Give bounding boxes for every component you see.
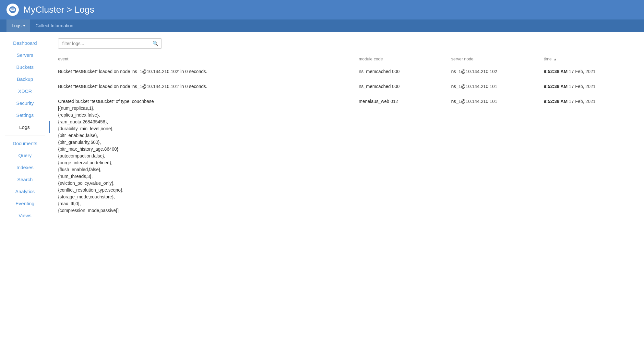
time-value: 9:52:38 AM [544, 99, 567, 104]
svg-point-3 [10, 7, 15, 10]
cell-module-code: ns_memcached 000 [359, 79, 451, 94]
subnav-collect-information[interactable]: Collect Information [30, 19, 78, 32]
sidebar-divider [5, 135, 45, 135]
sidebar-item-indexes[interactable]: Indexes [0, 161, 50, 173]
sidebar-item-xdcr[interactable]: XDCR [0, 85, 50, 97]
cell-time: 9:52:38 AM17 Feb, 2021 [544, 64, 636, 79]
sidebar: Dashboard Servers Buckets Backup XDCR Se… [0, 32, 50, 339]
subnav: Logs ▾ Collect Information [0, 19, 644, 32]
sidebar-item-query[interactable]: Query [0, 149, 50, 161]
sidebar-item-buckets[interactable]: Buckets [0, 61, 50, 73]
sidebar-item-logs[interactable]: Logs [0, 121, 50, 133]
sidebar-item-dashboard[interactable]: Dashboard [0, 37, 50, 49]
cell-server-node: ns_1@10.144.210.102 [451, 64, 543, 79]
logs-table: event module code server node time ▲ [58, 55, 636, 218]
app-logo [6, 4, 19, 16]
cell-time: 9:52:38 AM17 Feb, 2021 [544, 79, 636, 94]
cell-event: Bucket "testBucket" loaded on node 'ns_1… [58, 79, 359, 94]
sidebar-item-analytics[interactable]: Analytics [0, 185, 50, 197]
app-header: MyCluster > Logs [0, 0, 644, 19]
sort-asc-icon: ▲ [554, 57, 557, 61]
time-value: 9:52:38 AM [544, 69, 567, 74]
main-content: 🔍 event module code server node tim [50, 32, 644, 339]
sidebar-item-eventing[interactable]: Eventing [0, 197, 50, 209]
cell-time: 9:52:38 AM17 Feb, 2021 [544, 94, 636, 218]
chevron-down-icon: ▾ [23, 24, 25, 28]
table-header: event module code server node time ▲ [58, 55, 636, 64]
page-title: MyCluster > Logs [23, 5, 94, 15]
col-header-module-code: module code [359, 55, 451, 64]
sidebar-item-views[interactable]: Views [0, 209, 50, 221]
sidebar-item-search[interactable]: Search [0, 173, 50, 185]
time-date: 17 Feb, 2021 [569, 99, 596, 104]
cell-module-code: menelaus_web 012 [359, 94, 451, 218]
table-row: Created bucket "testBucket" of type: cou… [58, 94, 636, 218]
filter-bar: 🔍 [58, 38, 636, 49]
time-date: 17 Feb, 2021 [569, 84, 596, 89]
sidebar-item-documents[interactable]: Documents [0, 137, 50, 149]
cell-event: Created bucket "testBucket" of type: cou… [58, 94, 359, 218]
sidebar-item-security[interactable]: Security [0, 97, 50, 109]
cell-server-node: ns_1@10.144.210.101 [451, 94, 543, 218]
sidebar-item-servers[interactable]: Servers [0, 49, 50, 61]
sidebar-item-backup[interactable]: Backup [0, 73, 50, 85]
time-value: 9:52:38 AM [544, 84, 567, 89]
sidebar-item-settings[interactable]: Settings [0, 109, 50, 121]
col-header-time[interactable]: time ▲ [544, 55, 636, 64]
table-row: Bucket "testBucket" loaded on node 'ns_1… [58, 79, 636, 94]
time-date: 17 Feb, 2021 [569, 69, 596, 74]
filter-input[interactable] [58, 38, 162, 49]
cell-server-node: ns_1@10.144.210.101 [451, 79, 543, 94]
cell-module-code: ns_memcached 000 [359, 64, 451, 79]
filter-input-wrapper: 🔍 [58, 38, 162, 49]
main-layout: Dashboard Servers Buckets Backup XDCR Se… [0, 32, 644, 339]
logs-table-body: Bucket "testBucket" loaded on node 'ns_1… [58, 64, 636, 218]
cell-event: Bucket "testBucket" loaded on node 'ns_1… [58, 64, 359, 79]
col-header-event: event [58, 55, 359, 64]
col-header-server-node: server node [451, 55, 543, 64]
search-icon: 🔍 [152, 41, 159, 46]
table-row: Bucket "testBucket" loaded on node 'ns_1… [58, 64, 636, 79]
subnav-logs[interactable]: Logs ▾ [6, 19, 30, 32]
